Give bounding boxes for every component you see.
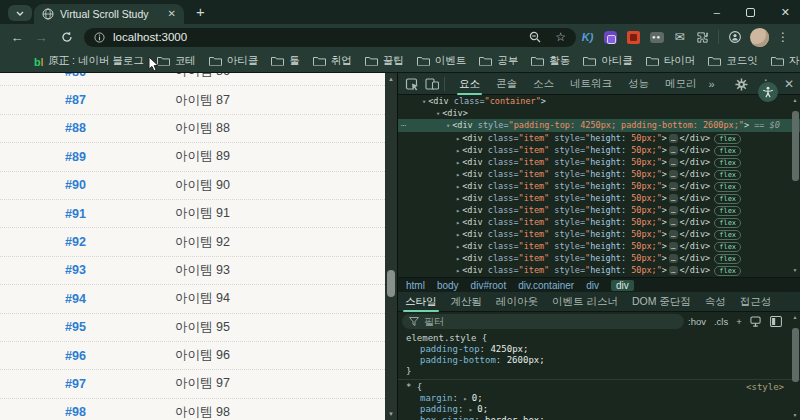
styles-tab-속성[interactable]: 속성 — [698, 292, 733, 312]
scrollbar-thumb[interactable] — [387, 270, 395, 297]
scroll-down-arrow[interactable]: ▼ — [790, 412, 800, 418]
devtools-tab-콘솔[interactable]: 콘솔 — [488, 73, 525, 95]
elements-tree-row[interactable]: ▾<div> — [398, 107, 800, 119]
extensions-puzzle-icon[interactable] — [695, 30, 710, 45]
browser-tab[interactable]: Virtual Scroll Study ✕ — [34, 4, 184, 24]
extension-red-icon[interactable] — [627, 31, 640, 44]
css-line[interactable]: } — [406, 366, 800, 377]
scroll-down-arrow[interactable]: ▼ — [790, 267, 800, 273]
reload-button[interactable] — [58, 28, 76, 46]
bookmark-folder[interactable]: 취업 — [313, 54, 352, 68]
extension-ad-icon[interactable]: ●● — [650, 32, 664, 43]
tab-close-button[interactable]: ✕ — [168, 9, 176, 19]
styles-tab-레이아웃[interactable]: 레이아웃 — [489, 292, 545, 312]
devtools-tab-네트워크[interactable]: 네트워크 — [562, 73, 620, 95]
styles-toggle-hov[interactable]: :hov — [688, 316, 706, 327]
styles-toggle-[interactable]: + — [736, 316, 742, 327]
device-toolbar-icon[interactable] — [422, 75, 442, 93]
gear-icon[interactable] — [735, 78, 748, 91]
elements-tree-row[interactable]: ▸<div class="item" style="height: 50px;"… — [398, 216, 800, 228]
scrollbar-thumb[interactable] — [792, 328, 799, 382]
elements-scrollbar[interactable]: ▲ ▼ — [790, 97, 800, 275]
bookmark-folder[interactable]: 코테 — [157, 54, 196, 68]
extension-purple-icon[interactable] — [604, 31, 617, 44]
scroll-up-arrow[interactable]: ▲ — [790, 97, 800, 103]
elements-tree-row[interactable]: ▾<div class="container"> — [398, 95, 800, 107]
bookmark-star-icon[interactable]: ☆ — [555, 30, 566, 44]
forward-button[interactable]: → — [32, 28, 50, 46]
css-line[interactable]: padding-top: 4250px; — [406, 344, 800, 355]
styles-tab-접근성[interactable]: 접근성 — [733, 292, 779, 312]
page-scrollbar[interactable]: ▲ ▼ — [385, 73, 397, 420]
breadcrumb-item[interactable]: div — [586, 280, 599, 291]
extension-k-icon[interactable]: K) — [580, 30, 595, 45]
minimize-button[interactable]: – — [714, 7, 720, 18]
elements-tree-row[interactable]: ▸<div class="item" style="height: 50px;"… — [398, 180, 800, 192]
breadcrumb-item[interactable]: div.container — [518, 280, 574, 291]
devtools-tab-요소[interactable]: 요소 — [451, 73, 488, 95]
elements-tree-row[interactable]: ▸<div class="item" style="height: 50px;"… — [398, 240, 800, 252]
inspect-element-icon[interactable] — [402, 75, 422, 93]
sidebar-toggle-icon[interactable] — [770, 316, 782, 327]
styles-tab-스타일[interactable]: 스타일 — [398, 292, 444, 312]
bookmark-folder[interactable]: 아티클 — [209, 54, 259, 68]
devtools-tab-소스[interactable]: 소스 — [525, 73, 562, 95]
elements-tree-row[interactable]: ▸<div class="item" style="height: 50px;"… — [398, 132, 800, 144]
breadcrumb-item[interactable]: div — [611, 280, 634, 291]
css-line[interactable]: margin: ▸ 0; — [406, 393, 800, 404]
bookmark-folder[interactable]: 코드잇 — [708, 54, 758, 68]
zoom-icon[interactable] — [529, 31, 541, 43]
styles-toggle-cls[interactable]: .cls — [714, 316, 728, 327]
devtools-tabs-overflow[interactable]: » — [705, 78, 719, 90]
tab-search-button[interactable] — [8, 5, 32, 21]
bookmark-folder[interactable]: 툴 — [271, 54, 300, 68]
breadcrumb-item[interactable]: html — [406, 280, 425, 291]
bookmark-folder[interactable]: 타이머 — [646, 54, 696, 68]
styles-tab-DOM 중단점[interactable]: DOM 중단점 — [625, 292, 698, 312]
breadcrumb-item[interactable]: div#root — [471, 280, 507, 291]
elements-tree-row[interactable]: ▸<div class="item" style="height: 50px;"… — [398, 144, 800, 156]
window-close-button[interactable]: ✕ — [781, 7, 790, 18]
css-line[interactable]: * { — [406, 382, 800, 393]
devtools-tab-메모리[interactable]: 메모리 — [657, 73, 705, 95]
breadcrumb-item[interactable]: body — [437, 280, 459, 291]
bookmark-folder[interactable]: 이벤트 — [417, 54, 467, 68]
scroll-up-arrow[interactable]: ▲ — [790, 314, 800, 320]
accessibility-person-icon[interactable] — [758, 82, 778, 102]
elements-tree-row[interactable]: ▸<div class="item" style="height: 50px;"… — [398, 228, 800, 240]
bookmark-folder[interactable]: 아티클 — [583, 54, 633, 68]
css-line[interactable]: padding: ▸ 0; — [406, 404, 800, 415]
elements-tree-row-selected[interactable]: ⋯▾<div style="padding-top: 4250px; paddi… — [398, 119, 800, 132]
css-line[interactable]: element.style { — [406, 333, 800, 344]
styles-tab-계산됨[interactable]: 계산됨 — [444, 292, 490, 312]
profile-avatar[interactable] — [750, 28, 769, 47]
elements-tree-row[interactable]: ▸<div class="item" style="height: 50px;"… — [398, 192, 800, 204]
css-rule-source-link[interactable]: <style> — [746, 382, 784, 392]
browser-menu-icon[interactable]: ⋮ — [777, 30, 789, 44]
devtools-tab-성능[interactable]: 성능 — [620, 73, 657, 95]
bookmark-folder[interactable]: 꿀팁 — [365, 54, 404, 68]
styles-scrollbar[interactable]: ▲ ▼ — [790, 314, 800, 420]
maximize-button[interactable] — [746, 8, 755, 17]
profile-sync-icon[interactable] — [727, 30, 742, 45]
styles-filter-input[interactable]: 필터 — [402, 314, 684, 329]
devtools-close-button[interactable]: ✕ — [784, 77, 794, 91]
address-bar[interactable]: localhost:3000 ☆ — [84, 28, 576, 47]
bookmark-folder[interactable]: 자격증 — [771, 54, 800, 68]
scroll-down-arrow[interactable]: ▼ — [385, 411, 397, 417]
mail-icon[interactable]: ✉ — [672, 30, 687, 45]
elements-tree-row[interactable]: ▸<div class="item" style="height: 50px;"… — [398, 252, 800, 264]
elements-tree-row[interactable]: ▸<div class="item" style="height: 50px;"… — [398, 264, 800, 276]
css-line[interactable]: box-sizing: border-box; — [406, 415, 800, 420]
bookmark-naver-blog[interactable]: bl 原正 : 네이버 블로그 — [34, 52, 144, 70]
site-info-icon[interactable] — [94, 32, 105, 43]
css-line[interactable]: padding-bottom: 2600px; — [406, 355, 800, 366]
computed-styles-icon[interactable] — [750, 316, 761, 327]
elements-tree-row[interactable]: ▸<div class="item" style="height: 50px;"… — [398, 156, 800, 168]
scroll-up-arrow[interactable]: ▲ — [385, 76, 397, 82]
elements-tree-row[interactable]: ▸<div class="item" style="height: 50px;"… — [398, 168, 800, 180]
back-button[interactable]: ← — [8, 28, 26, 46]
scrollbar-thumb[interactable] — [792, 111, 799, 181]
bookmark-folder[interactable]: 활동 — [531, 54, 570, 68]
elements-tree-row[interactable]: ▸<div class="item" style="height: 50px;"… — [398, 204, 800, 216]
